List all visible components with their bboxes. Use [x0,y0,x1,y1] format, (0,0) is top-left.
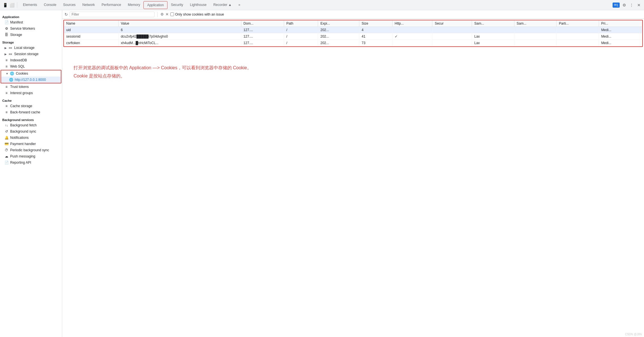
more-options-icon[interactable]: ⋮ [629,2,634,8]
tab-recorder[interactable]: Recorder ▲ [210,1,235,9]
sidebar-item-cookies[interactable]: ▼ 🌐 Cookies [1,70,61,77]
tab-more[interactable]: » [235,1,244,9]
badge-icon: ✉ [614,3,617,7]
refresh-button[interactable]: ↻ [65,12,68,17]
filter-clear-icon[interactable]: ✕ [166,12,169,16]
manifest-icon: 📄 [5,20,8,24]
table-row[interactable]: sessioniddcu2vfp42█████i7p04dvgho0127...… [64,33,642,40]
sidebar-item-notifications-label: Notifications [10,136,29,140]
filter-settings-icon[interactable]: ⚙ [160,12,164,16]
filter-separator [157,12,158,17]
table-cell: 127.... [241,27,284,33]
table-cell [514,33,556,40]
indexeddb-icon: ≡ [5,58,8,62]
filter-input[interactable] [72,12,153,16]
service-workers-icon: ⚙ [5,27,8,31]
storage-root-icon: 🗄 [5,33,8,37]
tab-performance[interactable]: Performance [98,1,124,9]
back-forward-cache-icon: ≡ [5,110,8,114]
table-cell: Lax [472,33,514,40]
sidebar-item-periodic-background-sync[interactable]: ⏱ Periodic background sync [0,147,62,153]
table-cell: 4 [359,27,392,33]
tab-memory[interactable]: Memory [124,1,143,9]
tab-lighthouse[interactable]: Lighthouse [186,1,210,9]
sidebar-item-background-fetch[interactable]: ↑↓ Background fetch [0,122,62,128]
col-name: Name [64,20,118,27]
table-row[interactable]: uid6127..../202...4Medi... [64,27,642,33]
background-services-section: Background services ↑↓ Background fetch … [0,117,62,166]
tab-network[interactable]: Network [79,1,98,9]
table-row[interactable]: csrftokenxh4udM...█nHcMiToCL...127..../2… [64,40,642,46]
sidebar-item-cookies-url[interactable]: 🌐 http://127.0.0.1:8000 [1,77,61,83]
settings-icon[interactable]: ⚙ [621,2,627,8]
notifications-icon: 🔔 [5,136,8,140]
tab-application[interactable]: Application [143,1,168,9]
payment-handler-icon: 💳 [5,142,8,146]
col-value: Value [118,20,241,27]
sidebar-item-indexeddb[interactable]: ≡ IndexedDB [0,57,62,63]
table-cell: xh4udM...█nHcMiToCL... [118,40,241,46]
sidebar-item-manifest[interactable]: 📄 Manifest [0,19,62,25]
device-toolbar-icon[interactable]: 📱 [2,2,8,8]
watermark: CSDN @J8N [625,333,642,336]
sidebar-item-session-storage[interactable]: ▶ ≡≡ Session storage [0,51,62,57]
tab-console[interactable]: Console [40,1,60,9]
table-cell: 127.... [241,33,284,40]
table-cell [472,27,514,33]
sidebar-item-interest-groups[interactable]: ≡ Interest groups [0,90,62,96]
toolbar-right-actions: ✉ 1 ⚙ ⋮ ✕ [613,2,642,8]
tab-elements[interactable]: Elements [20,1,40,9]
table-cell: 202... [318,33,359,40]
table-cell [432,27,472,33]
main-area: Application 📄 Manifest ⚙ Service Workers… [0,10,644,337]
table-cell [557,33,599,40]
sidebar-item-service-workers[interactable]: ⚙ Service Workers [0,25,62,32]
inspect-icon[interactable]: ⬜ [9,2,15,8]
sidebar-item-cache-storage[interactable]: ≡ Cache storage [0,103,62,109]
table-cell [514,27,556,33]
col-domain: Dom... [241,20,284,27]
sidebar-item-web-sql-label: Web SQL [10,64,25,68]
sidebar-item-storage-root[interactable]: 🗄 Storage [0,32,62,38]
table-cell [557,27,599,33]
sidebar-item-local-storage[interactable]: ▶ ≡≡ Local storage [0,45,62,51]
col-expires: Expi... [318,20,359,27]
col-path: Path [284,20,318,27]
sidebar-item-periodic-background-sync-label: Periodic background sync [10,148,49,152]
sidebar-item-back-forward-cache[interactable]: ≡ Back-forward cache [0,109,62,115]
only-show-cookies-checkbox[interactable] [170,12,174,16]
close-devtools-icon[interactable]: ✕ [636,2,642,8]
cache-storage-icon: ≡ [5,104,8,108]
expand-icon: ▶ [5,46,7,49]
notifications-badge[interactable]: ✉ 1 [613,3,620,8]
info-area: 打开浏览器的调试面板中的 Application —> Cookies，可以看到… [62,47,644,337]
sidebar-item-push-messaging[interactable]: ☁ Push messaging [0,153,62,159]
sidebar-item-notifications[interactable]: 🔔 Notifications [0,135,62,141]
col-secure: Secur [432,20,472,27]
table-cell [514,40,556,46]
expand-icon: ▶ [5,53,7,56]
tab-sources[interactable]: Sources [60,1,79,9]
table-cell: / [284,40,318,46]
table-cell: 6 [118,27,241,33]
table-cell: ✓ [392,33,432,40]
tab-security[interactable]: Security [168,1,186,9]
table-cell: / [284,27,318,33]
only-show-cookies-label[interactable]: Only show cookies with an issue [170,12,224,16]
sidebar-item-manifest-label: Manifest [10,20,23,24]
sidebar-item-reporting-api-label: Reporting API [10,161,31,165]
sidebar-item-web-sql[interactable]: ≡ Web SQL [0,63,62,70]
sidebar-item-background-sync[interactable]: ↺ Background sync [0,128,62,135]
push-messaging-icon: ☁ [5,154,8,158]
sidebar-item-trust-tokens[interactable]: ≡ Trust tokens [0,84,62,90]
sidebar-item-indexeddb-label: IndexedDB [10,58,27,62]
background-fetch-icon: ↑↓ [5,123,8,127]
sidebar-item-payment-handler[interactable]: 💳 Payment handler [0,141,62,147]
devtools-toolbar: 📱 ⬜ Elements Console Sources Network Per… [0,0,644,10]
sidebar-item-trust-tokens-label: Trust tokens [10,85,29,89]
storage-section-title: Storage [0,40,62,45]
table-container: Name Value Dom... Path Expi... Size Http… [62,19,644,47]
sidebar-item-reporting-api[interactable]: 📄 Reporting API [0,159,62,166]
table-cell [392,27,432,33]
application-section: Application 📄 Manifest ⚙ Service Workers… [0,14,62,38]
